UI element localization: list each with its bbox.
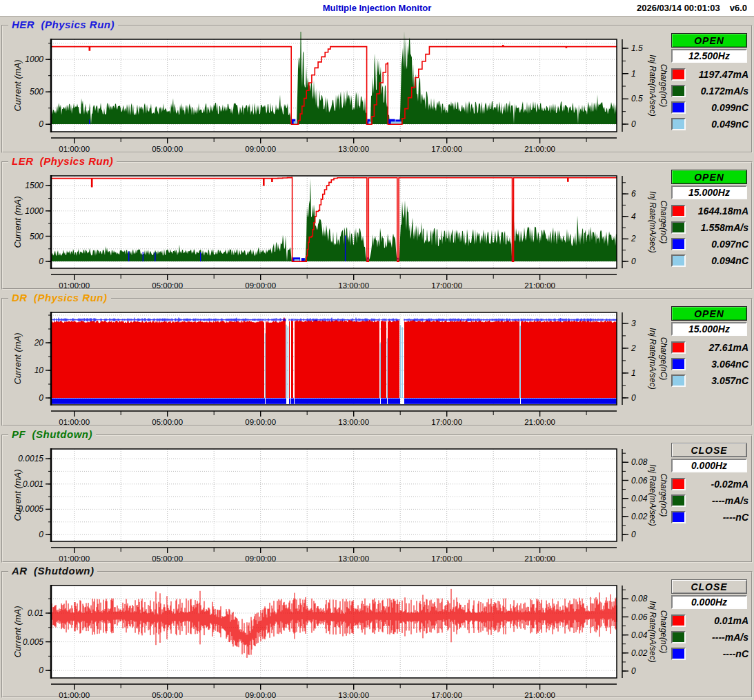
status-value-row: 1197.47mA	[671, 66, 748, 83]
svg-text:09:00:00: 09:00:00	[245, 145, 276, 152]
ler-status-values: 1644.18mA1.558mA/s0.097nC0.094nC	[671, 203, 748, 269]
status-value-row: 1644.18mA	[671, 203, 748, 219]
svg-text:0: 0	[39, 530, 43, 539]
panel-title-ar: AR (Shutdown)	[8, 565, 97, 577]
svg-text:0: 0	[39, 119, 43, 129]
svg-text:Charge(nC): Charge(nC)	[659, 474, 668, 517]
svg-text:0.02: 0.02	[631, 648, 648, 658]
ar-injection-rate-display: 0.000Hz	[671, 595, 747, 609]
svg-text:09:00:00: 09:00:00	[245, 418, 276, 425]
ar-beam-gate-button[interactable]: CLOSE	[671, 579, 747, 594]
status-value: 1197.47mA	[686, 69, 748, 80]
svg-text:0: 0	[631, 257, 636, 266]
legend-swatch	[671, 85, 686, 97]
status-value-row: 0.097nC	[671, 236, 748, 252]
pf-injection-rate-display: 0.000Hz	[671, 459, 747, 472]
her-injection-rate-display: 12.500Hz	[671, 49, 747, 63]
status-value: 3.064nC	[686, 359, 748, 370]
svg-text:21:00:00: 21:00:00	[524, 418, 555, 425]
svg-text:0.02: 0.02	[631, 512, 648, 521]
legend-swatch	[671, 374, 686, 387]
svg-text:09:00:00: 09:00:00	[245, 281, 276, 288]
svg-text:Current (mA): Current (mA)	[12, 606, 23, 657]
svg-text:13:00:00: 13:00:00	[338, 418, 369, 425]
legend-swatch	[671, 478, 686, 490]
svg-text:Inj Rate(mA/sec): Inj Rate(mA/sec)	[648, 328, 657, 389]
pf-beam-gate-button[interactable]: CLOSE	[671, 443, 747, 457]
svg-text:2: 2	[631, 343, 636, 353]
svg-text:Current (mA): Current (mA)	[12, 332, 23, 384]
svg-text:0: 0	[39, 393, 43, 403]
svg-text:0.04: 0.04	[631, 494, 648, 503]
status-value-row: ----nC	[671, 646, 748, 662]
svg-text:10: 10	[34, 366, 44, 375]
title-bar: Multiple Injection Monitor 2026/03/14 00…	[0, 0, 754, 17]
ar-chart: 00.0050.0100.020.040.060.0801:00:0005:00…	[3, 578, 675, 698]
status-value-row: 27.61mA	[671, 339, 748, 356]
status-value: 0.172mA/s	[686, 86, 748, 97]
ar-status-panel: CLOSE 0.000Hz 0.01mA----mA/s----nC	[671, 579, 748, 662]
status-value: 0.049nC	[686, 119, 748, 130]
svg-text:Charge(nC): Charge(nC)	[659, 64, 668, 108]
her-status-panel: OPEN 12.500Hz 1197.47mA0.172mA/s0.099nC0…	[671, 33, 748, 132]
legend-swatch	[671, 254, 686, 267]
svg-text:0: 0	[631, 119, 636, 129]
svg-text:05:00:00: 05:00:00	[152, 418, 183, 425]
status-value-row: 0.01mA	[671, 612, 748, 629]
legend-swatch	[671, 101, 686, 114]
her-beam-gate-button[interactable]: OPEN	[671, 33, 747, 48]
version-label: v6.0	[730, 3, 747, 13]
svg-text:Current (mA): Current (mA)	[12, 469, 23, 521]
status-value: ----mA/s	[686, 495, 748, 506]
panel-dr: DR (Physics Run) 01020012301:00:0005:00:…	[1, 298, 753, 426]
panel-pf: PF (Shutdown) 00.00050.0010.001500.020.0…	[1, 434, 753, 563]
svg-text:0.08: 0.08	[631, 457, 648, 467]
dr-beam-gate-button[interactable]: OPEN	[671, 306, 747, 321]
status-value-row: 0.099nC	[671, 99, 748, 116]
clock: 2026/03/14 00:01:03v6.0	[637, 3, 747, 13]
svg-text:17:00:00: 17:00:00	[431, 691, 462, 698]
datetime: 2026/03/14 00:01:03	[637, 3, 720, 13]
svg-text:21:00:00: 21:00:00	[524, 281, 555, 288]
svg-text:17:00:00: 17:00:00	[431, 554, 462, 561]
svg-text:13:00:00: 13:00:00	[338, 145, 369, 152]
svg-text:0.08: 0.08	[631, 594, 648, 603]
panel-ar: AR (Shutdown) 00.0050.0100.020.040.060.0…	[1, 571, 753, 698]
svg-text:01:00:00: 01:00:00	[59, 691, 90, 698]
svg-text:4: 4	[631, 212, 636, 221]
status-value-row: -0.02mA	[671, 476, 748, 492]
status-value: ----nC	[686, 512, 748, 523]
pf-status-values: -0.02mA----mA/s----nC	[671, 476, 748, 526]
svg-text:17:00:00: 17:00:00	[431, 418, 462, 425]
svg-text:Charge(nC): Charge(nC)	[659, 337, 668, 381]
svg-text:0: 0	[631, 530, 636, 539]
svg-text:0: 0	[39, 257, 43, 266]
status-value: 0.01mA	[686, 615, 748, 626]
svg-text:0.0015: 0.0015	[18, 454, 43, 463]
status-value-row: ----mA/s	[671, 492, 748, 509]
svg-text:0.06: 0.06	[631, 612, 648, 622]
status-value: 27.61mA	[686, 342, 748, 353]
legend-swatch	[671, 221, 686, 234]
legend-swatch	[671, 631, 686, 643]
legend-swatch	[671, 614, 686, 627]
legend-swatch	[671, 648, 686, 660]
svg-text:20: 20	[34, 338, 44, 348]
svg-text:500: 500	[30, 232, 43, 241]
ler-beam-gate-button[interactable]: OPEN	[671, 170, 747, 184]
status-value-row: 0.172mA/s	[671, 83, 748, 99]
svg-text:0: 0	[39, 666, 43, 675]
status-value-row: 0.094nC	[671, 252, 748, 269]
svg-text:1000: 1000	[25, 54, 43, 64]
status-value-row: ----nC	[671, 509, 748, 526]
dr-injection-rate-display: 15.000Hz	[671, 322, 747, 336]
svg-text:01:00:00: 01:00:00	[59, 418, 90, 425]
svg-text:1000: 1000	[25, 206, 43, 216]
status-value: -0.02mA	[686, 479, 748, 490]
svg-text:0.5: 0.5	[631, 94, 643, 103]
legend-swatch	[671, 511, 686, 523]
pf-status-panel: CLOSE 0.000Hz -0.02mA----mA/s----nC	[671, 443, 748, 526]
panel-title-her: HER (Physics Run)	[8, 19, 118, 30]
ler-injection-rate-display: 15.000Hz	[671, 186, 747, 199]
status-value-row: ----mA/s	[671, 629, 748, 646]
